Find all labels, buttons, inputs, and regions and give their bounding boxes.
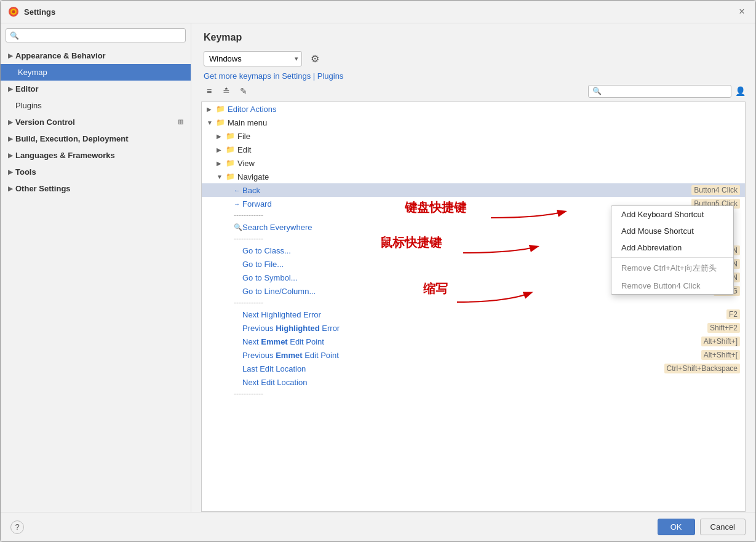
build-arrow: ▶	[8, 135, 13, 142]
sidebar: 🔍 ▶ Appearance & Behavior Keymap ▶ Edito…	[1, 23, 191, 512]
other-arrow: ▶	[8, 185, 13, 192]
collapse-all-button[interactable]: ≛	[218, 84, 234, 98]
keymap-select-wrap[interactable]: Windows Mac OS X Default Eclipse	[204, 51, 302, 66]
dialog-title: Settings	[24, 7, 55, 17]
sidebar-item-version-control[interactable]: ▶ Version Control ⊞	[1, 114, 191, 130]
tree-label: View	[237, 159, 740, 168]
sidebar-item-label: Keymap	[18, 68, 47, 77]
sidebar-item-label: Tools	[15, 167, 36, 177]
sidebar-item-label: Appearance & Behavior	[15, 51, 106, 60]
tree-shortcut: F2	[726, 309, 740, 319]
context-menu: Add Keyboard Shortcut Add Mouse Shortcut…	[611, 205, 734, 295]
folder-icon: 📁	[225, 131, 235, 141]
tree-row[interactable]: ▶ 📁 Edit	[202, 143, 745, 156]
tree-row[interactable]: ▼ 📁 Main menu	[202, 116, 745, 129]
sidebar-item-label: Version Control	[15, 118, 75, 127]
tree-shortcut: Alt+Shift+]	[701, 337, 740, 346]
bottom-right: OK Cancel	[658, 519, 746, 535]
keymap-link[interactable]: Get more keymaps in Settings | Plugins	[204, 71, 743, 81]
sidebar-item-appearance[interactable]: ▶ Appearance & Behavior	[1, 47, 191, 64]
tree-label: Main menu	[228, 118, 740, 127]
sidebar-search-input[interactable]	[22, 31, 181, 40]
tree-arrow: ▶	[217, 146, 225, 153]
tree-label: Next Highlighted Error	[242, 310, 726, 319]
context-menu-item-remove-btn[interactable]: Remove Button4 Click	[611, 277, 733, 294]
folder-icon: 📁	[225, 158, 235, 168]
tree-arrow: →	[234, 201, 242, 207]
tree-label: File	[237, 132, 740, 141]
edit-button[interactable]: ✎	[236, 84, 252, 98]
ok-button[interactable]: OK	[658, 519, 695, 535]
tree-arrow: ←	[234, 187, 242, 194]
tree-row[interactable]: ▶ 📁 Editor Actions	[202, 102, 745, 116]
main-header: Keymap Windows Mac OS X Default Eclipse …	[191, 23, 755, 81]
tree-row[interactable]: Next Highlighted Error F2	[202, 308, 745, 321]
context-menu-item-add-mouse[interactable]: Add Mouse Shortcut	[611, 223, 733, 239]
tree-label: Next Emmet Edit Point	[242, 337, 701, 346]
sidebar-item-keymap[interactable]: Keymap	[1, 64, 191, 81]
vc-icon: ⊞	[178, 118, 183, 126]
tree-row[interactable]: Previous Highlighted Error Shift+F2	[202, 321, 745, 335]
context-menu-item-remove-ctrl[interactable]: Remove Ctrl+Alt+向左箭头	[611, 259, 733, 277]
settings-dialog: Settings × 🔍 ▶ Appearance & Behavior Key…	[0, 0, 756, 542]
sidebar-item-label: Languages & Frameworks	[15, 151, 115, 160]
appearance-arrow: ▶	[8, 52, 13, 59]
search-options-button[interactable]: 👤	[735, 86, 746, 96]
gear-button[interactable]: ⚙	[307, 50, 323, 66]
tree-shortcut: Button4 Click	[691, 185, 740, 195]
tree-row[interactable]: ▶ 📁 File	[202, 129, 745, 143]
tree-label: Previous Emmet Edit Point	[242, 351, 701, 360]
folder-icon: 📁	[225, 172, 235, 181]
tree-row-back[interactable]: ← Back Button4 Click	[202, 183, 745, 197]
sidebar-search-box[interactable]: 🔍	[6, 28, 186, 42]
tree-arrow: ▶	[217, 160, 225, 167]
sidebar-item-editor[interactable]: ▶ Editor	[1, 81, 191, 97]
sidebar-item-label: Plugins	[15, 101, 42, 110]
sidebar-item-languages[interactable]: ▶ Languages & Frameworks	[1, 147, 191, 164]
keymap-search-input[interactable]	[604, 87, 727, 96]
tree-row[interactable]: ▶ 📁 View	[202, 156, 745, 170]
tree-row[interactable]: Previous Emmet Edit Point Alt+Shift+[	[202, 348, 745, 362]
tree-row[interactable]: Next Emmet Edit Point Alt+Shift+]	[202, 335, 745, 348]
separator: ------------	[202, 389, 745, 399]
svg-point-2	[12, 10, 15, 14]
keymap-row: Windows Mac OS X Default Eclipse ⚙	[204, 50, 743, 66]
page-title: Keymap	[204, 32, 743, 43]
sidebar-items-list: ▶ Appearance & Behavior Keymap ▶ Editor …	[1, 47, 191, 512]
main-body: ≡ ≛ ✎ 🔍 👤 ▶ 📁 Editor Ac	[191, 81, 755, 512]
tree-row[interactable]: ▼ 📁 Navigate	[202, 170, 745, 183]
sidebar-item-plugins[interactable]: Plugins	[1, 97, 191, 114]
expand-all-button[interactable]: ≡	[201, 84, 217, 98]
tree-label-back: Back	[242, 186, 691, 195]
tree-label: Next Edit Location	[242, 378, 740, 387]
tree-label: Editor Actions	[228, 105, 740, 114]
main-panel: Keymap Windows Mac OS X Default Eclipse …	[191, 23, 755, 512]
tree-label: Previous Highlighted Error	[242, 324, 707, 333]
tree-row[interactable]: Last Edit Location Ctrl+Shift+Backspace	[202, 362, 745, 375]
toolbar-row: ≡ ≛ ✎ 🔍 👤	[201, 81, 746, 102]
cancel-button[interactable]: Cancel	[700, 519, 746, 535]
app-icon	[8, 6, 19, 17]
keymap-search-box[interactable]: 🔍	[588, 85, 731, 98]
help-button[interactable]: ?	[10, 520, 24, 534]
keymap-tree[interactable]: ▶ 📁 Editor Actions ▼ 📁 Main menu ▶ 📁	[201, 102, 746, 512]
folder-icon: 📁	[225, 145, 235, 154]
context-menu-item-add-abbreviation[interactable]: Add Abbreviation	[611, 239, 733, 256]
tree-row[interactable]: Next Edit Location	[202, 375, 745, 389]
tree-shortcut: Ctrl+Shift+Backspace	[664, 364, 740, 373]
separator: ------------	[202, 298, 745, 308]
lang-arrow: ▶	[8, 152, 13, 159]
sidebar-item-tools[interactable]: ▶ Tools	[1, 164, 191, 180]
tools-arrow: ▶	[8, 169, 13, 175]
close-button[interactable]: ×	[736, 6, 748, 18]
context-menu-item-add-keyboard[interactable]: Add Keyboard Shortcut	[611, 206, 733, 223]
sidebar-search-icon: 🔍	[10, 31, 19, 40]
sidebar-item-label: Other Settings	[15, 184, 71, 193]
bottom-bar: ? OK Cancel	[1, 512, 755, 541]
sidebar-item-other-settings[interactable]: ▶ Other Settings	[1, 180, 191, 197]
vc-arrow: ▶	[8, 119, 13, 126]
keymap-select[interactable]: Windows Mac OS X Default Eclipse	[204, 51, 302, 66]
sidebar-item-build[interactable]: ▶ Build, Execution, Deployment	[1, 130, 191, 147]
tree-arrow: 🔍	[234, 223, 242, 231]
tree-label: Edit	[237, 145, 740, 154]
